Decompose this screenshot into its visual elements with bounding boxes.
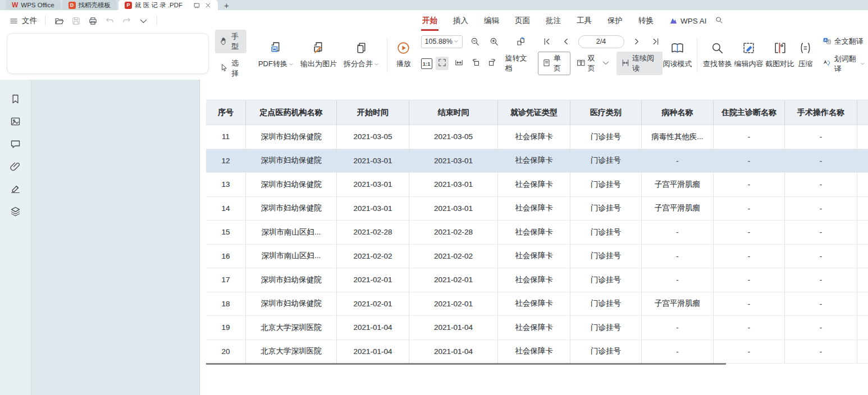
medical-records-table: 序号定点医药机构名称开始时间结束时间就诊凭证类型医疗类别病种名称住院主诊断名称手… (206, 100, 868, 364)
chevron-down-icon (374, 60, 379, 68)
divider (157, 16, 157, 26)
table-header-cell: 住院主诊断名称 (714, 100, 785, 125)
compress-button[interactable]: 压缩 (796, 41, 816, 69)
table-cell: - (714, 221, 785, 245)
menu-item-protect[interactable]: 保护 (600, 10, 631, 31)
first-page-icon[interactable] (540, 35, 554, 48)
export-image-button[interactable]: 输出为图片 (297, 41, 340, 69)
table-cell: - (714, 268, 785, 292)
table-cell: - (785, 268, 857, 292)
table-cell: - (642, 340, 714, 364)
play-button[interactable]: 播放 (392, 41, 415, 69)
bookmark-icon[interactable] (4, 88, 27, 110)
table-header-cell: 序号 (206, 100, 246, 125)
split-merge-button[interactable]: 拆分合并 (340, 41, 382, 69)
menu-item-page[interactable]: 页面 (507, 10, 538, 31)
table-cell: 深圳市南山区妇... (246, 245, 337, 269)
open-file-icon[interactable] (53, 15, 65, 26)
screenshot-compare-button[interactable]: 截图对比 (764, 41, 796, 69)
tab-wps-office[interactable]: W WPS Office (6, 0, 61, 10)
redo-icon (121, 15, 132, 26)
continuous-read-button[interactable]: 连续阅读 (616, 52, 663, 75)
zoom-level-select[interactable]: 105.88% (421, 35, 463, 48)
double-page-icon (577, 58, 586, 69)
full-translate-button[interactable]: 全文翻译 (818, 35, 868, 49)
table-cell: 子宫平滑肌瘤 (642, 292, 714, 316)
edit-content-button[interactable]: 编辑内容 (733, 41, 765, 69)
find-replace-button[interactable]: 查找替换 (702, 41, 733, 69)
divider (45, 16, 45, 26)
fit-page-button[interactable] (436, 57, 449, 70)
rotate-left-icon (471, 58, 481, 70)
menu-item-tools[interactable]: 工具 (569, 10, 600, 31)
zoom-out-icon[interactable] (468, 35, 482, 48)
table-cell: 14 (206, 197, 246, 221)
image-icon[interactable] (4, 110, 27, 132)
attachment-icon[interactable] (4, 155, 27, 177)
undo-icon (104, 15, 115, 26)
menu-item-insert[interactable]: 插入 (445, 10, 476, 31)
rotate-left-button[interactable] (469, 57, 482, 70)
rotate-document-button[interactable]: 旋转文档 (502, 52, 534, 75)
search-icon (710, 41, 724, 57)
table-cell: 深圳市妇幼保健院 (246, 125, 337, 149)
wps-ai-button[interactable]: WPS AI (669, 17, 707, 25)
split-window-icon[interactable] (193, 2, 200, 9)
table-cell: 2021-03-01 (409, 149, 498, 173)
layers-icon[interactable] (4, 200, 27, 222)
table-cell: 15 (206, 221, 246, 245)
sidebar-icon-strip (0, 80, 31, 395)
rotate-right-button[interactable] (486, 57, 499, 70)
table-cell (857, 221, 868, 245)
table-row: 13深圳市妇幼保健院2021-03-012021-03-01社会保障卡门诊挂号子… (206, 173, 868, 197)
table-cell (857, 268, 868, 292)
table-cell: 深圳市妇幼保健院 (246, 268, 337, 292)
menu-item-home[interactable]: 开始 (414, 10, 445, 31)
table-row: 14深圳市妇幼保健院2021-03-012021-03-01社会保障卡门诊挂号子… (206, 197, 868, 221)
pdf-convert-button[interactable]: PDF转换 (254, 41, 297, 69)
double-page-button[interactable]: 双页 (574, 52, 613, 75)
signature-icon[interactable] (4, 177, 27, 200)
table-cell: 2021-03-01 (337, 197, 409, 221)
navigation-panel[interactable] (31, 80, 200, 395)
table-cell: 门诊挂号 (570, 292, 642, 316)
table-cell (857, 292, 868, 316)
tab-docer-templates[interactable]: D 找稻壳模板 (62, 0, 117, 10)
select-tool-button[interactable]: 选择 (215, 57, 246, 80)
fit-width-button[interactable] (452, 57, 465, 70)
menu-item-annotate[interactable]: 批注 (538, 10, 569, 31)
file-menu-button[interactable]: 文件 (8, 15, 37, 26)
table-cell: 北京大学深圳医院 (246, 316, 337, 340)
table-cell: 17 (206, 268, 246, 292)
table-cell: - (785, 221, 857, 245)
table-cell: - (714, 316, 785, 340)
tab-document-pdf[interactable]: P 就 医 记 录 .PDF (118, 0, 218, 10)
read-mode-button[interactable]: 阅读模式 (663, 41, 693, 69)
new-tab-button[interactable]: + (224, 1, 229, 10)
table-cell: 社会保障卡 (498, 197, 570, 221)
table-cell: 社会保障卡 (498, 292, 570, 316)
single-page-button[interactable]: 单页 (538, 52, 570, 75)
actual-size-button[interactable]: 1:1 (421, 58, 432, 69)
table-cell: - (714, 245, 785, 269)
print-icon[interactable] (87, 15, 98, 26)
comment-icon[interactable] (4, 132, 27, 155)
page-indicator-input[interactable]: 2/4 (578, 35, 624, 48)
table-cell: 2021-03-05 (409, 125, 498, 149)
zoom-in-icon[interactable] (487, 35, 501, 48)
prev-page-icon[interactable] (559, 35, 573, 48)
menu-item-edit[interactable]: 编辑 (476, 10, 507, 31)
table-row: 16深圳市南山区妇...2021-02-022021-02-02社会保障卡门诊挂… (206, 245, 868, 269)
table-cell: 深圳市妇幼保健院 (246, 292, 337, 316)
menu-item-convert[interactable]: 转换 (631, 10, 661, 31)
document-page[interactable]: 序号定点医药机构名称开始时间结束时间就诊凭证类型医疗类别病种名称住院主诊断名称手… (200, 80, 868, 395)
next-page-icon[interactable] (630, 35, 643, 48)
word-translate-button[interactable]: 划词翻译 (818, 52, 868, 76)
last-page-icon[interactable] (649, 35, 663, 48)
chevron-down-icon[interactable] (138, 15, 149, 26)
close-tab-icon[interactable] (204, 2, 212, 9)
table-cell: 社会保障卡 (498, 149, 570, 173)
search-icon[interactable] (715, 16, 723, 26)
hand-tool-button[interactable]: 手型 (215, 30, 246, 53)
rotate-pages-icon[interactable] (514, 35, 528, 48)
